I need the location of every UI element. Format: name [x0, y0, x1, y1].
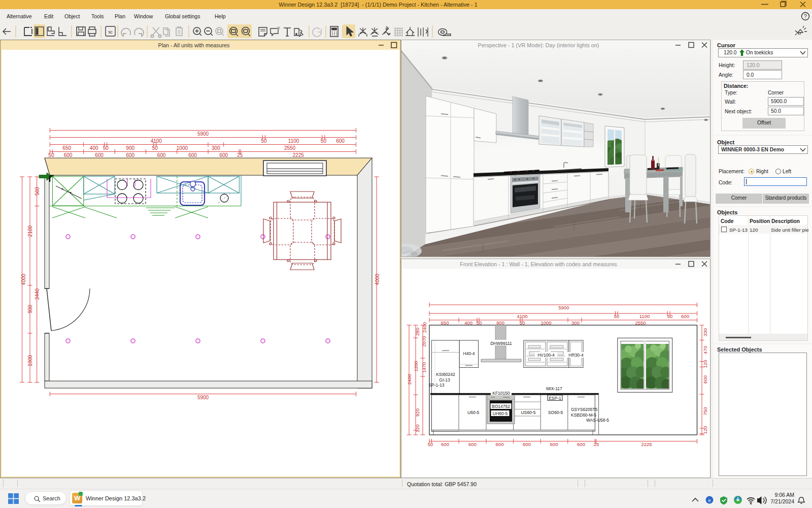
svg-text:600: 600	[157, 152, 166, 158]
svg-text:2070: 2070	[421, 336, 427, 346]
svg-text:25: 25	[594, 441, 599, 447]
svg-text:3440: 3440	[35, 288, 40, 300]
svg-text:50: 50	[520, 320, 525, 326]
svg-text:2225: 2225	[293, 152, 304, 158]
svg-text:600: 600	[95, 152, 104, 158]
svg-text:400: 400	[90, 145, 98, 151]
svg-text:5900: 5900	[558, 305, 569, 310]
svg-text:DHW99111: DHW99111	[490, 341, 512, 346]
svg-text:600: 600	[523, 441, 531, 447]
svg-text:UH60-5: UH60-5	[493, 411, 508, 416]
svg-text:50: 50	[477, 320, 482, 326]
svg-text:600: 600	[702, 375, 708, 384]
svg-text:WAS-U58-5: WAS-U58-5	[586, 418, 609, 423]
svg-text:50: 50	[614, 313, 620, 319]
svg-text:50: 50	[152, 145, 158, 151]
svg-text:750: 750	[702, 407, 708, 416]
svg-text:4000: 4000	[375, 273, 380, 285]
svg-text:600: 600	[681, 313, 689, 319]
svg-text:400: 400	[464, 320, 472, 326]
svg-text:1470: 1470	[421, 362, 427, 373]
svg-text:900: 900	[496, 320, 504, 326]
svg-text:1100: 1100	[639, 313, 650, 319]
svg-text:600: 600	[126, 152, 134, 158]
svg-text:920: 920	[415, 408, 420, 417]
svg-text:ESP-1: ESP-1	[549, 396, 561, 401]
svg-text:KSI60242: KSI60242	[436, 372, 455, 377]
svg-text:2550: 2550	[284, 145, 296, 151]
svg-text:50: 50	[428, 441, 433, 447]
svg-text:25: 25	[237, 152, 243, 158]
svg-text:50: 50	[48, 152, 54, 158]
svg-text:GSYS6205T5: GSYS6205T5	[571, 407, 598, 412]
svg-text:BO14752: BO14752	[492, 404, 510, 409]
svg-text:1200: 1200	[413, 361, 419, 371]
svg-text:120: 120	[702, 360, 708, 368]
svg-text:sc: sc	[108, 29, 113, 35]
svg-text:2400: 2400	[422, 322, 427, 333]
svg-text:300: 300	[212, 145, 220, 151]
svg-text:50: 50	[103, 145, 109, 151]
svg-text:600: 600	[441, 441, 449, 447]
svg-text:650: 650	[441, 320, 449, 326]
svg-text:KF10150: KF10150	[492, 391, 510, 396]
svg-text:330: 330	[702, 328, 708, 336]
svg-text:2225: 2225	[641, 441, 652, 447]
svg-text:SP-1-13: SP-1-13	[428, 383, 444, 388]
svg-text:US60-5: US60-5	[521, 410, 536, 415]
svg-text:KSBD60-M-5: KSBD60-M-5	[571, 412, 596, 418]
svg-text:600: 600	[577, 441, 585, 447]
svg-text:2400: 2400	[407, 374, 412, 385]
svg-text:600: 600	[219, 152, 228, 158]
svg-text:50: 50	[321, 138, 327, 144]
svg-text:2100: 2100	[27, 225, 33, 237]
svg-text:5900: 5900	[197, 131, 209, 137]
svg-text:280: 280	[415, 328, 420, 336]
svg-text:560: 560	[35, 187, 40, 196]
svg-text:1000: 1000	[27, 355, 33, 366]
svg-text:50: 50	[667, 313, 673, 319]
svg-text:600: 600	[336, 138, 345, 144]
svg-text:H40-4: H40-4	[463, 351, 475, 356]
svg-text:4100: 4100	[151, 138, 162, 144]
svg-text:50: 50	[261, 138, 267, 144]
svg-text:1100: 1100	[288, 138, 299, 144]
svg-text:300: 300	[571, 320, 580, 326]
svg-text:SO60-5: SO60-5	[548, 410, 563, 415]
svg-text:120: 120	[415, 425, 420, 433]
svg-text:600: 600	[496, 441, 504, 447]
svg-text:600: 600	[64, 152, 73, 158]
svg-text:4000: 4000	[21, 273, 26, 285]
svg-text:650: 650	[62, 145, 71, 151]
svg-text:1000: 1000	[540, 320, 551, 326]
svg-text:GI-13: GI-13	[439, 377, 450, 383]
svg-text:2550: 2550	[635, 320, 646, 326]
svg-text:e: e	[708, 498, 710, 503]
svg-text:120: 120	[702, 426, 708, 434]
svg-text:MIX-117: MIX-117	[546, 386, 562, 391]
svg-text:HV100-4: HV100-4	[537, 353, 555, 358]
svg-text:470: 470	[702, 346, 708, 354]
svg-text:5900: 5900	[197, 395, 209, 400]
svg-text:1000: 1000	[177, 145, 188, 151]
svg-text:600: 600	[188, 152, 197, 158]
svg-text:600: 600	[550, 441, 558, 447]
svg-text:900: 900	[126, 145, 134, 151]
svg-text:900: 900	[27, 305, 33, 313]
svg-text:4100: 4100	[517, 313, 527, 319]
svg-text:HR30-4: HR30-4	[568, 353, 584, 358]
svg-text:?: ?	[804, 13, 807, 19]
svg-text:U60-5: U60-5	[467, 410, 479, 415]
svg-text:600: 600	[468, 441, 477, 447]
